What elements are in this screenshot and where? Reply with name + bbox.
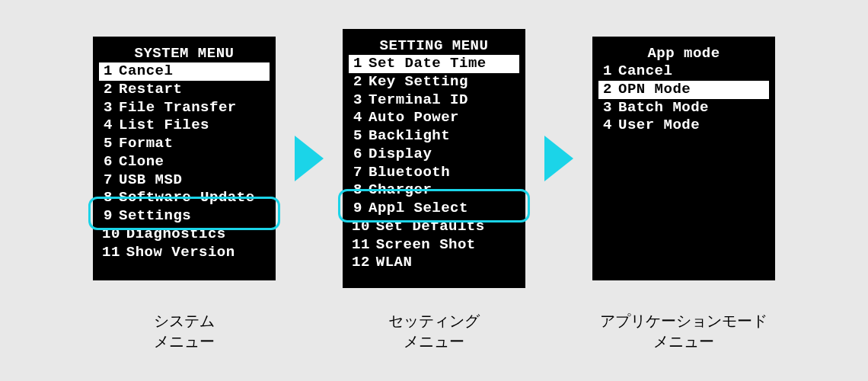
menu-item-label: Auto Power <box>369 109 459 127</box>
caption-system-menu: システムメニュー <box>93 311 276 352</box>
menu-item-label: WLAN <box>376 254 413 272</box>
menu-item-label: Terminal ID <box>369 91 468 110</box>
menu-item-num: 9 <box>352 200 362 218</box>
menu-item-backlight[interactable]: 5Backlight <box>349 127 519 146</box>
menu-item-user-mode[interactable]: 4User Mode <box>598 117 769 135</box>
menu-item-label: Set Date Time <box>369 55 487 73</box>
menu-item-label: File Transfer <box>119 99 237 117</box>
menu-item-software-update[interactable]: 8Software Update <box>99 189 270 207</box>
menu-item-num: 7 <box>352 164 362 182</box>
menu-item-label: Restart <box>119 81 182 99</box>
menu-item-num: 3 <box>352 91 362 110</box>
menu-item-label: Backlight <box>369 127 450 146</box>
menu-item-key-setting[interactable]: 2Key Setting <box>349 73 519 91</box>
menu-item-set-defaults[interactable]: 10Set Defaults <box>349 218 519 236</box>
menu-item-label: User Mode <box>618 117 700 135</box>
menu-item-clone[interactable]: 6Clone <box>99 153 270 171</box>
menu-item-display[interactable]: 6Display <box>349 146 519 164</box>
menu-item-num: 2 <box>602 81 612 99</box>
menu-item-label: Cancel <box>618 62 672 81</box>
menu-item-num: 8 <box>352 181 362 200</box>
menu-item-num: 9 <box>102 207 113 226</box>
menu-item-label: Charger <box>369 181 432 200</box>
menu-item-label: USB MSD <box>119 171 182 190</box>
menu-item-cancel[interactable]: 1Cancel <box>99 62 270 81</box>
arrow-right-icon <box>295 136 324 181</box>
menu-item-label: Cancel <box>119 62 173 81</box>
menu-item-charger[interactable]: 8Charger <box>349 181 519 200</box>
menu-item-num: 3 <box>602 99 612 117</box>
menu-item-num: 5 <box>102 135 113 153</box>
menu-item-restart[interactable]: 2Restart <box>99 81 270 99</box>
menu-item-num: 12 <box>352 254 370 272</box>
menu-item-num: 1 <box>602 62 612 81</box>
menu-item-num: 4 <box>602 117 612 135</box>
menu-item-label: Clone <box>119 153 164 171</box>
menu-item-num: 11 <box>352 236 370 255</box>
menu-item-num: 10 <box>102 226 120 244</box>
menu-item-label: Display <box>369 146 432 164</box>
menu-item-num: 7 <box>102 171 113 190</box>
menu-item-bluetooth[interactable]: 7Bluetooth <box>349 164 519 182</box>
menu-item-cancel[interactable]: 1Cancel <box>598 62 769 81</box>
menu-item-file-transfer[interactable]: 3File Transfer <box>99 99 270 117</box>
menu-item-label: Set Defaults <box>376 218 485 236</box>
menu-item-num: 4 <box>102 117 113 135</box>
setting-menu-title: SETTING MENU <box>349 37 519 55</box>
menu-item-diagnostics[interactable]: 10Diagnostics <box>99 226 270 244</box>
menu-item-label: Format <box>119 135 173 153</box>
menu-item-num: 2 <box>352 73 362 91</box>
app-mode-menu-screen: App mode 1Cancel 2OPN Mode 3Batch Mode 4… <box>592 37 775 280</box>
menu-item-set-date-time[interactable]: 1Set Date Time <box>349 55 519 73</box>
menu-item-batch-mode[interactable]: 3Batch Mode <box>598 99 769 117</box>
menu-item-label: Batch Mode <box>618 99 709 117</box>
menu-item-appl-select[interactable]: 9Appl Select <box>349 200 519 218</box>
menu-item-num: 11 <box>102 244 120 262</box>
menu-item-label: List Files <box>119 117 209 135</box>
menu-item-label: Key Setting <box>369 73 468 91</box>
menu-item-settings[interactable]: 9Settings <box>99 207 270 226</box>
menu-item-label: Appl Select <box>369 200 468 218</box>
menu-item-label: Diagnostics <box>126 226 226 244</box>
system-menu-screen: SYSTEM MENU 1Cancel 2Restart 3File Trans… <box>93 37 276 280</box>
menu-item-num: 6 <box>102 153 113 171</box>
arrow-spacer <box>295 311 324 352</box>
menu-item-show-version[interactable]: 11Show Version <box>99 244 270 262</box>
menu-item-opn-mode[interactable]: 2OPN Mode <box>598 81 769 99</box>
screens-row: SYSTEM MENU 1Cancel 2Restart 3File Trans… <box>0 29 868 288</box>
menu-item-num: 2 <box>102 81 113 99</box>
menu-item-num: 8 <box>102 189 113 207</box>
menu-item-num: 3 <box>102 99 113 117</box>
menu-item-label: Bluetooth <box>369 164 450 182</box>
menu-item-num: 1 <box>352 55 362 73</box>
menu-item-num: 1 <box>102 62 113 81</box>
menu-item-label: Software Update <box>119 189 255 207</box>
menu-item-auto-power[interactable]: 4Auto Power <box>349 109 519 127</box>
arrow-spacer <box>544 311 573 352</box>
app-mode-title: App mode <box>598 44 769 62</box>
menu-item-screen-shot[interactable]: 11Screen Shot <box>349 236 519 255</box>
menu-item-list-files[interactable]: 4List Files <box>99 117 270 135</box>
system-menu-title: SYSTEM MENU <box>99 44 270 62</box>
menu-item-num: 5 <box>352 127 362 146</box>
menu-item-wlan[interactable]: 12WLAN <box>349 254 519 272</box>
menu-item-terminal-id[interactable]: 3Terminal ID <box>349 91 519 110</box>
arrow-right-icon <box>544 136 573 181</box>
menu-item-format[interactable]: 5Format <box>99 135 270 153</box>
caption-app-mode-menu: アプリケーションモードメニュー <box>592 311 775 352</box>
setting-menu-screen: SETTING MENU 1Set Date Time 2Key Setting… <box>343 29 525 288</box>
menu-item-label: Screen Shot <box>376 236 476 255</box>
menu-item-num: 4 <box>352 109 362 127</box>
menu-item-num: 6 <box>352 146 362 164</box>
menu-item-label: Settings <box>119 207 191 226</box>
menu-item-label: Show Version <box>126 244 235 262</box>
menu-item-usb-msd[interactable]: 7USB MSD <box>99 171 270 190</box>
caption-setting-menu: セッティングメニュー <box>343 311 525 352</box>
menu-item-label: OPN Mode <box>618 81 691 99</box>
menu-item-num: 10 <box>352 218 370 236</box>
captions-row: システムメニュー セッティングメニュー アプリケーションモードメニュー <box>0 311 868 352</box>
